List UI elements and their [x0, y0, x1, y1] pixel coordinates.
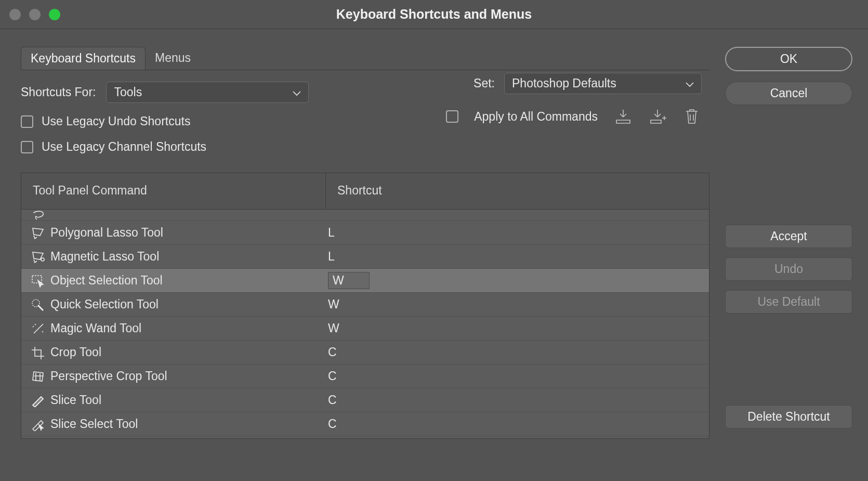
shortcut-cell: L	[326, 226, 709, 240]
tab-menus[interactable]: Menus	[146, 47, 200, 70]
table-row[interactable]: Crop ToolC	[21, 341, 709, 365]
legacy-undo-label: Use Legacy Undo Shortcuts	[42, 114, 190, 128]
undo-button[interactable]: Undo	[725, 257, 852, 281]
polygonal-lasso-icon	[28, 223, 48, 243]
accept-button[interactable]: Accept	[725, 225, 852, 248]
magic-wand-icon	[28, 319, 48, 339]
trash-icon[interactable]	[682, 107, 702, 126]
slice-select-icon	[28, 414, 48, 434]
legacy-channel-checkbox[interactable]	[21, 141, 33, 153]
apply-all-checkbox[interactable]	[446, 110, 458, 123]
table-row[interactable]	[21, 210, 709, 221]
shortcut-cell: C	[326, 417, 709, 431]
dialog-window: Keyboard Shortcuts and Menus Keyboard Sh…	[0, 0, 868, 481]
slice-icon	[28, 391, 48, 410]
chevron-down-icon	[293, 85, 301, 99]
shortcut-cell: W	[326, 297, 709, 311]
tool-name: Quick Selection Tool	[48, 297, 326, 311]
new-set-icon[interactable]	[648, 107, 667, 126]
ok-button[interactable]: OK	[725, 47, 852, 71]
table-row[interactable]: Magic Wand ToolW	[21, 317, 709, 341]
legacy-channel-label: Use Legacy Channel Shortcuts	[42, 140, 206, 154]
table-row[interactable]: Perspective Crop ToolC	[21, 365, 709, 388]
legacy-undo-checkbox[interactable]	[21, 115, 33, 128]
table-body[interactable]: Polygonal Lasso ToolLMagnetic Lasso Tool…	[21, 210, 709, 438]
tool-name: Crop Tool	[48, 345, 326, 359]
shortcuts-table: Tool Panel Command Shortcut Polygonal La…	[21, 173, 709, 439]
shortcut-cell: L	[326, 250, 709, 264]
set-label: Set:	[474, 76, 495, 90]
close-icon[interactable]	[9, 9, 21, 20]
column-header-command: Tool Panel Command	[21, 173, 326, 209]
crop-icon	[28, 343, 48, 362]
shortcuts-for-value: Tools	[114, 85, 142, 99]
use-default-button[interactable]: Use Default	[725, 290, 852, 314]
quick-selection-icon	[28, 295, 48, 315]
object-selection-icon	[28, 271, 48, 291]
shortcut-cell[interactable]: W	[326, 272, 709, 289]
tool-name: Magnetic Lasso Tool	[48, 250, 326, 264]
shortcuts-for-label: Shortcuts For:	[21, 85, 96, 99]
set-value: Photoshop Defaults	[512, 76, 616, 90]
tool-name: Slice Tool	[48, 393, 326, 407]
magnetic-lasso-icon	[28, 247, 48, 267]
titlebar: Keyboard Shortcuts and Menus	[0, 0, 868, 29]
column-header-shortcut: Shortcut	[326, 173, 709, 209]
tabs: Keyboard Shortcuts Menus	[21, 47, 709, 70]
chevron-down-icon	[686, 76, 694, 90]
shortcut-cell: W	[326, 321, 709, 335]
shortcut-input[interactable]: W	[328, 272, 370, 289]
save-set-icon[interactable]	[613, 107, 633, 126]
shortcuts-for-select[interactable]: Tools	[106, 82, 309, 103]
tool-name: Object Selection Tool	[48, 274, 326, 288]
shortcut-cell: C	[326, 345, 709, 359]
table-row[interactable]: Slice ToolC	[21, 388, 709, 412]
tool-name: Slice Select Tool	[48, 417, 326, 431]
window-title: Keyboard Shortcuts and Menus	[336, 7, 532, 22]
table-row[interactable]: Magnetic Lasso ToolL	[21, 245, 709, 269]
set-row: Set: Photoshop Defaults	[474, 73, 702, 94]
shortcut-cell: C	[326, 369, 709, 383]
table-row[interactable]: Slice Select ToolC	[21, 412, 709, 436]
perspective-crop-icon	[28, 367, 48, 386]
minimize-icon[interactable]	[29, 9, 41, 20]
table-row[interactable]: Polygonal Lasso ToolL	[21, 221, 709, 245]
tool-name: Polygonal Lasso Tool	[48, 226, 326, 240]
shortcut-cell: C	[326, 393, 709, 407]
traffic-lights	[9, 9, 60, 20]
tool-name: Perspective Crop Tool	[48, 369, 326, 383]
table-row[interactable]: Object Selection ToolW	[21, 269, 709, 293]
side-panel: OK Cancel Accept Undo Use Default Delete…	[725, 47, 852, 481]
set-select[interactable]: Photoshop Defaults	[504, 73, 702, 94]
tool-name: Magic Wand Tool	[48, 321, 326, 335]
apply-all-label: Apply to All Commands	[474, 110, 598, 124]
zoom-icon[interactable]	[49, 9, 60, 20]
tab-keyboard-shortcuts[interactable]: Keyboard Shortcuts	[21, 47, 146, 70]
options-right: Apply to All Commands	[446, 107, 702, 126]
table-row[interactable]: Quick Selection ToolW	[21, 293, 709, 317]
delete-shortcut-button[interactable]: Delete Shortcut	[725, 405, 852, 428]
cancel-button[interactable]: Cancel	[725, 82, 852, 105]
